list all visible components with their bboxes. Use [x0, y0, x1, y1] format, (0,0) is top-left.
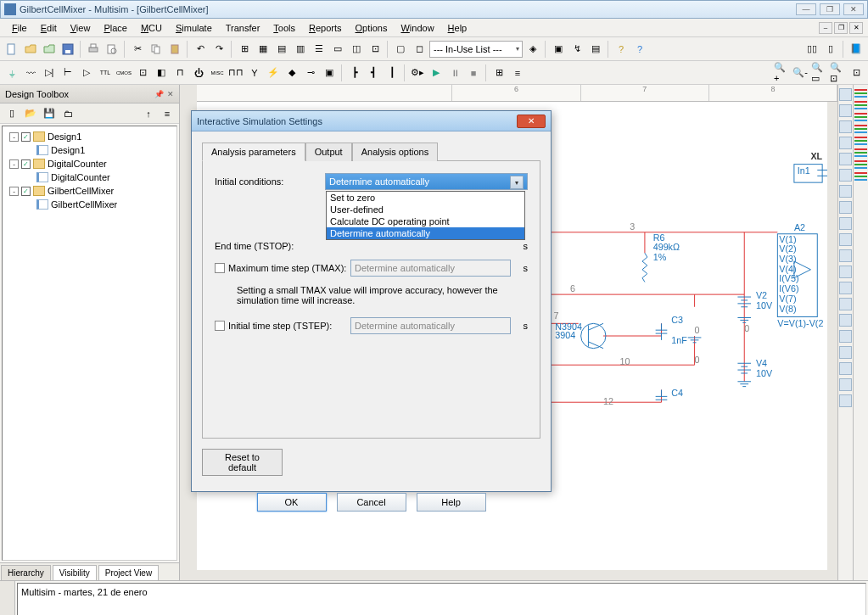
- instrument-cur-icon[interactable]: [839, 378, 852, 391]
- view-mode-a-button[interactable]: ▯▯: [804, 41, 820, 58]
- comp-mcu-button[interactable]: ▣: [321, 64, 338, 81]
- instrument-ag1-icon[interactable]: [839, 314, 852, 327]
- input-init-step[interactable]: Determine automatically: [350, 317, 511, 334]
- paste-button[interactable]: [166, 41, 183, 58]
- probe-a-icon[interactable]: [854, 88, 867, 98]
- comp-basic-button[interactable]: ⏚: [3, 64, 20, 81]
- place-net-button[interactable]: ┫: [365, 64, 382, 81]
- menu-help[interactable]: Help: [441, 21, 474, 35]
- capacitor-c3[interactable]: C3 1nF: [656, 315, 688, 344]
- menu-reports[interactable]: Reports: [302, 21, 349, 35]
- save-button[interactable]: [59, 41, 76, 58]
- tree-node[interactable]: -✓GilbertCellMixer: [6, 184, 173, 198]
- ok-button[interactable]: OK: [257, 493, 327, 512]
- instrument-net-icon[interactable]: [839, 298, 852, 310]
- dt-new-button[interactable]: ▯: [3, 105, 20, 122]
- pin-icon[interactable]: 📌: [154, 90, 164, 98]
- zoom-area-button[interactable]: 🔍▭: [810, 64, 827, 81]
- instrument-elvis-icon[interactable]: [839, 394, 852, 407]
- dt-list-button[interactable]: ≡: [159, 105, 176, 122]
- capacitor-c4[interactable]: C4: [656, 388, 683, 400]
- tree-toggle-icon[interactable]: -: [9, 187, 19, 196]
- instrument-lv-icon[interactable]: [839, 362, 852, 375]
- menu-transfer[interactable]: Transfer: [219, 21, 267, 35]
- comp-conn-button[interactable]: ⊸: [302, 64, 319, 81]
- tree-node[interactable]: GilbertCellMixer: [6, 198, 173, 211]
- tree-node[interactable]: DigitalCounter: [6, 171, 173, 184]
- zoom-out-button[interactable]: 🔍-: [792, 64, 809, 81]
- probe-f-icon[interactable]: [854, 148, 867, 158]
- cancel-button[interactable]: Cancel: [337, 493, 406, 512]
- tool-b-button[interactable]: ☰: [311, 41, 328, 58]
- design-tree[interactable]: -✓Design1Design1-✓DigitalCounterDigitalC…: [2, 126, 177, 561]
- help-button[interactable]: ?: [613, 41, 630, 58]
- comp-diode-button[interactable]: ▷|: [41, 64, 58, 81]
- checkbox-max-step[interactable]: [215, 263, 225, 273]
- tree-node[interactable]: -✓Design1: [6, 130, 173, 143]
- mdi-restore-button[interactable]: ❐: [834, 22, 848, 34]
- menu-tools[interactable]: Tools: [266, 21, 302, 35]
- instrument-wordgen-icon[interactable]: [839, 201, 852, 214]
- instrument-spec-icon[interactable]: [839, 282, 852, 294]
- sheet2-button[interactable]: ◻: [411, 41, 428, 58]
- instrument-logic-icon[interactable]: [839, 217, 852, 230]
- comp-elect-button[interactable]: ⚡: [265, 64, 282, 81]
- print-preview-button[interactable]: [104, 41, 120, 58]
- comp-antenna-button[interactable]: Y: [246, 64, 263, 81]
- instrument-iv-icon[interactable]: [839, 249, 852, 262]
- view-mode-b-button[interactable]: ▯: [822, 41, 839, 58]
- graph-button[interactable]: ↯: [568, 41, 585, 58]
- instrument-ag2-icon[interactable]: [839, 330, 852, 343]
- maximize-button[interactable]: ❐: [820, 3, 840, 15]
- sim-list-button[interactable]: ≡: [509, 64, 526, 81]
- tab-hierarchy[interactable]: Hierarchy: [1, 565, 51, 580]
- option-set-to-zero[interactable]: Set to zero: [327, 192, 524, 204]
- sim-interact-button[interactable]: ⊞: [490, 64, 507, 81]
- menu-place[interactable]: Place: [97, 21, 134, 35]
- tree-node[interactable]: -✓DigitalCounter: [6, 157, 173, 171]
- place-bus-button[interactable]: ┣: [346, 64, 363, 81]
- tree-node[interactable]: Design1: [6, 143, 173, 157]
- comp-trans-button[interactable]: ⊢: [59, 64, 76, 81]
- zoom-fit-button[interactable]: 🔍⊡: [829, 64, 846, 81]
- tab-analysis-options[interactable]: Analysis options: [352, 143, 439, 161]
- instrument-bode-icon[interactable]: [839, 169, 852, 182]
- tree-toggle-icon[interactable]: -: [9, 159, 19, 169]
- checkbox-init-step[interactable]: [215, 321, 225, 331]
- in-use-list-dropdown[interactable]: --- In-Use List ---: [429, 41, 523, 58]
- comp-misc-button[interactable]: ⊡: [134, 64, 151, 81]
- comp-cmos-button[interactable]: CMOS: [115, 64, 132, 81]
- option-calc-dc[interactable]: Calculate DC operating point: [327, 215, 524, 227]
- probe-c-icon[interactable]: [854, 112, 867, 122]
- dt-up-button[interactable]: ↑: [140, 105, 157, 122]
- instrument-tek-icon[interactable]: [839, 346, 852, 359]
- close-button[interactable]: ✕: [843, 3, 864, 15]
- open-file-button[interactable]: [22, 41, 39, 58]
- grid-button[interactable]: ▦: [255, 41, 272, 58]
- undo-button[interactable]: ↶: [192, 41, 209, 58]
- transistor-q[interactable]: N3904 3904: [555, 321, 606, 349]
- tree-checkbox[interactable]: ✓: [21, 132, 31, 142]
- menu-file[interactable]: File: [5, 21, 34, 35]
- tab-project-view[interactable]: Project View: [98, 565, 159, 580]
- initial-conditions-dropdown[interactable]: Determine automatically Set to zero User…: [325, 173, 528, 190]
- dialog-titlebar[interactable]: Interactive Simulation Settings ✕: [192, 111, 551, 131]
- instrument-logicconv-icon[interactable]: [839, 233, 852, 246]
- tool-e-button[interactable]: ⊡: [367, 41, 384, 58]
- dt-save-button[interactable]: 💾: [41, 105, 58, 122]
- source-v4[interactable]: V4 10V: [737, 358, 772, 378]
- instrument-funcgen-icon[interactable]: [839, 104, 852, 117]
- instrument-multimeter-icon[interactable]: [839, 88, 852, 101]
- comp-opamp-button[interactable]: ▷: [78, 64, 95, 81]
- sheet-button[interactable]: ▢: [392, 41, 409, 58]
- instrument-wattmeter-icon[interactable]: [839, 120, 852, 133]
- layers-button[interactable]: ▤: [273, 41, 290, 58]
- open-example-button[interactable]: [41, 41, 58, 58]
- zoom-full-button[interactable]: ⊞: [236, 41, 253, 58]
- redo-button[interactable]: ↷: [210, 41, 227, 58]
- sim-pause-button[interactable]: ⏸: [446, 64, 463, 81]
- probe-e-icon[interactable]: [854, 136, 867, 146]
- dt-open-button[interactable]: 📂: [22, 105, 39, 122]
- menu-window[interactable]: Window: [394, 21, 440, 35]
- help-button[interactable]: Help: [417, 493, 486, 512]
